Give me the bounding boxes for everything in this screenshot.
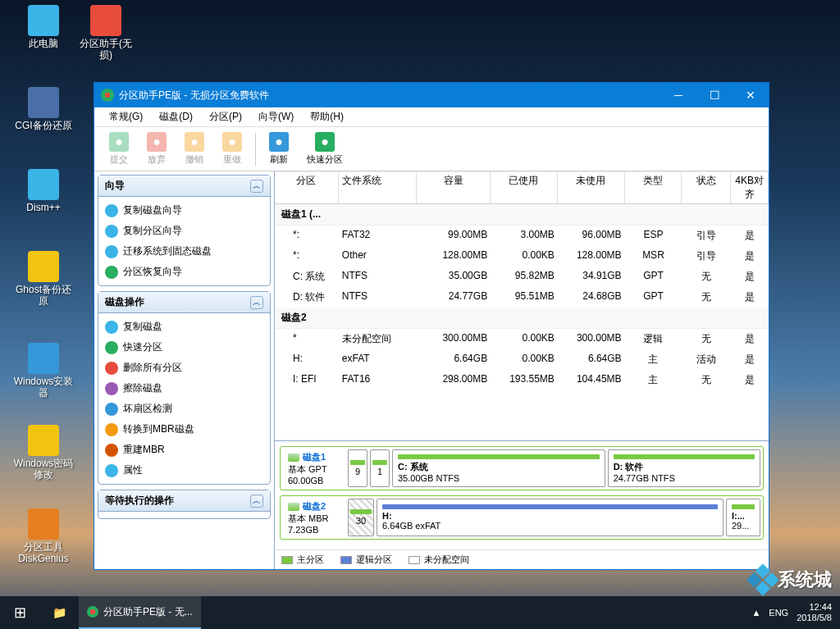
panel-item[interactable]: 转换到MBR磁盘 — [98, 419, 270, 440]
taskbar-app[interactable]: 分区助手PE版 - 无... — [79, 596, 201, 629]
desktop-icon-6[interactable]: Windows密码修改 — [13, 425, 74, 481]
legend-swatch — [409, 556, 420, 564]
column-header[interactable]: 分区 — [275, 172, 339, 203]
partition-block[interactable]: C: 系统35.00GB NTFS — [392, 449, 605, 487]
language-indicator[interactable]: ENG — [769, 608, 788, 618]
column-header[interactable]: 已使用 — [491, 172, 558, 203]
watermark-icon — [746, 563, 779, 596]
partition-block-small[interactable]: 9 — [348, 449, 368, 487]
minimize-button[interactable]: ─ — [660, 83, 696, 107]
disk-group-header[interactable]: 磁盘2 — [275, 308, 769, 329]
desktop-icon-3[interactable]: Dism++ — [13, 169, 74, 213]
menu-item[interactable]: 向导(W) — [250, 108, 302, 125]
collapse-icon[interactable]: ︿ — [250, 296, 263, 309]
table-cell: 34.91GB — [558, 269, 625, 285]
table-row[interactable]: *:FAT3299.00MB3.00MB96.00MBESP引导是 — [275, 226, 769, 246]
panel-header[interactable]: 向导︿ — [98, 175, 270, 197]
panel-item[interactable]: 分区恢复向导 — [98, 262, 270, 282]
panel-item[interactable]: 擦除磁盘 — [98, 378, 270, 399]
panel-item[interactable]: 复制磁盘向导 — [98, 200, 270, 221]
table-cell: 是 — [731, 372, 769, 388]
legend-item: 主分区 — [281, 554, 324, 566]
collapse-icon[interactable]: ︿ — [250, 495, 263, 508]
table-cell: 是 — [731, 269, 769, 285]
column-header[interactable]: 类型 — [625, 172, 682, 203]
partition-block[interactable]: H:6.64GB exFAT — [377, 499, 724, 536]
desktop-icon-4[interactable]: Ghost备份还原 — [13, 251, 74, 308]
panel-item[interactable]: 属性 — [98, 460, 270, 481]
partition-block-small[interactable]: 30 — [348, 499, 374, 536]
legend-label: 主分区 — [297, 554, 324, 566]
desktop-icon-5[interactable]: Windows安装器 — [13, 343, 74, 399]
desktop-icon-glyph — [28, 343, 59, 374]
desktop-icon-7[interactable]: 分区工具DiskGenius — [13, 508, 74, 565]
maximize-button[interactable]: ☐ — [696, 83, 733, 107]
table-cell: 35.00GB — [417, 269, 491, 285]
panel-item[interactable]: 重建MBR — [98, 440, 270, 460]
panel-item-label: 删除所有分区 — [123, 361, 182, 375]
desktop-icon-glyph — [28, 251, 59, 282]
menu-item[interactable]: 分区(P) — [201, 108, 250, 125]
panel-item[interactable]: 坏扇区检测 — [98, 399, 270, 419]
table-cell: H: — [275, 352, 339, 367]
start-button[interactable]: ⊞ — [0, 596, 39, 629]
table-cell: 24.77GB — [417, 289, 491, 305]
table-row[interactable]: D: 软件NTFS24.77GB95.51MB24.68GBGPT无是 — [275, 287, 769, 308]
desktop-icon-2[interactable]: CGI备份还原 — [13, 87, 74, 131]
panel-item-label: 坏扇区检测 — [123, 402, 172, 416]
titlebar[interactable]: 分区助手PE版 - 无损分区免费软件 ─ ☐ ✕ — [94, 83, 769, 107]
table-cell: GPT — [625, 269, 682, 285]
column-header[interactable]: 未使用 — [558, 172, 625, 203]
desktop-icon-1[interactable]: 分区助手(无损) — [75, 5, 136, 62]
disk-group-header[interactable]: 磁盘1 (... — [275, 204, 769, 226]
column-header[interactable]: 状态 — [682, 172, 731, 203]
panel-body: 复制磁盘向导复制分区向导迁移系统到固态磁盘分区恢复向导 — [98, 197, 270, 285]
desktop-icon-glyph — [28, 169, 59, 200]
disk-info[interactable]: 磁盘1基本 GPT60.00GB — [283, 449, 345, 487]
toolbar-快速分区[interactable]: ●快速分区 — [299, 129, 351, 169]
menu-item[interactable]: 磁盘(D) — [151, 108, 201, 125]
desktop-icon-label: CGI备份还原 — [13, 120, 74, 131]
panel-item-icon — [105, 341, 118, 354]
toolbar-刷新[interactable]: ●刷新 — [261, 129, 297, 169]
table-row[interactable]: H:exFAT6.64GB0.00KB6.64GB主活动是 — [275, 349, 769, 370]
table-cell: 3.00MB — [491, 228, 558, 244]
toolbar-放弃: ●放弃 — [139, 129, 175, 169]
collapse-icon[interactable]: ︿ — [250, 180, 263, 193]
close-button[interactable]: ✕ — [733, 83, 769, 107]
table-cell: 无 — [682, 372, 731, 388]
column-header[interactable]: 容量 — [417, 172, 491, 203]
panel-item[interactable]: 复制分区向导 — [98, 221, 270, 241]
partition-block[interactable]: D: 软件24.77GB NTFS — [608, 449, 760, 487]
tray-icon[interactable]: ▲ — [751, 608, 760, 618]
panel-header[interactable]: 等待执行的操作︿ — [98, 490, 270, 512]
partition-block-small[interactable]: 1 — [370, 449, 390, 487]
table-cell: 无 — [682, 269, 731, 285]
app-icon — [101, 89, 114, 102]
table-row[interactable]: C: 系统NTFS35.00GB95.82MB34.91GBGPT无是 — [275, 267, 769, 287]
desktop-icon-0[interactable]: 此电脑 — [13, 5, 74, 49]
disk-info[interactable]: 磁盘2基本 MBR7.23GB — [283, 499, 345, 536]
panel-item[interactable]: 迁移系统到固态磁盘 — [98, 241, 270, 262]
desktop-icon-label: 分区工具DiskGenius — [13, 541, 74, 565]
table-cell: 128.00MB — [558, 248, 625, 264]
table-row[interactable]: *未分配空间300.00MB0.00KB300.00MB逻辑无是 — [275, 329, 769, 349]
panel-header[interactable]: 磁盘操作︿ — [98, 292, 270, 313]
toolbar-label: 提交 — [110, 153, 128, 166]
panel-item[interactable]: 复制磁盘 — [98, 317, 270, 337]
menu-item[interactable]: 常规(G) — [101, 108, 151, 125]
clock[interactable]: 12:44 2018/5/8 — [797, 602, 832, 623]
menu-item[interactable]: 帮助(H) — [302, 108, 352, 125]
table-cell: 逻辑 — [625, 331, 682, 347]
panel-item[interactable]: 删除所有分区 — [98, 358, 270, 378]
panel-item[interactable]: 快速分区 — [98, 337, 270, 358]
panel-body: 复制磁盘快速分区删除所有分区擦除磁盘坏扇区检测转换到MBR磁盘重建MBR属性 — [98, 313, 270, 484]
table-row[interactable]: *:Other128.00MB0.00KB128.00MBMSR引导是 — [275, 246, 769, 267]
table-row[interactable]: I: EFIFAT16298.00MB193.55MB104.45MB主无是 — [275, 370, 769, 390]
partition-block[interactable]: I:...29... — [726, 499, 760, 536]
table-cell: 活动 — [682, 352, 731, 367]
panel-item-icon — [105, 464, 118, 477]
file-explorer-button[interactable]: 📁 — [39, 596, 79, 629]
column-header[interactable]: 4KB对齐 — [731, 172, 769, 203]
column-header[interactable]: 文件系统 — [339, 172, 418, 203]
